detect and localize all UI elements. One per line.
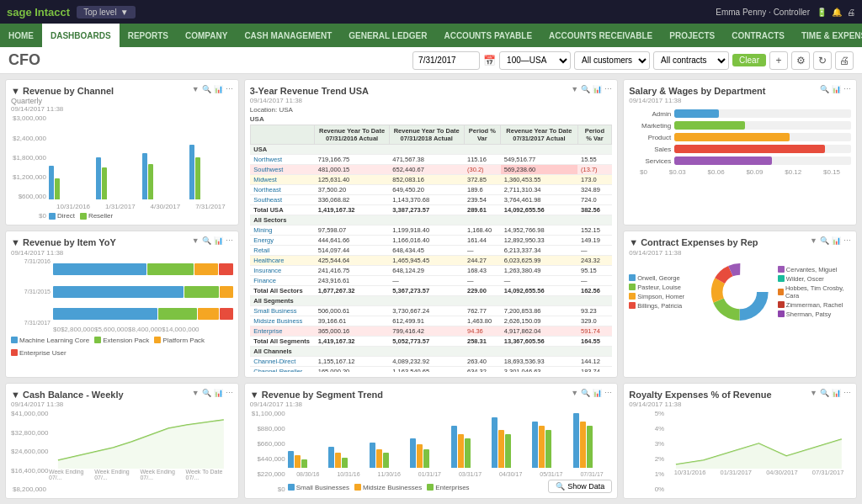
chan-direct[interactable]: Channel-Direct (250, 357, 314, 367)
royalty-expenses-header: Royalty Expenses % of Revenue 09/14/2017… (629, 389, 851, 408)
nav-cash-management[interactable]: CASH MANAGEMENT (236, 24, 340, 47)
nav-accounts-receivable[interactable]: ACCOUNTS RECEIVABLE (540, 24, 661, 47)
rs-search-icon[interactable]: 🔍 (581, 389, 590, 397)
donut-chart (707, 258, 772, 326)
nav-projects[interactable]: PROJECTS (661, 24, 723, 47)
yoy-chart-icon[interactable]: 📊 (214, 236, 223, 245)
region-midwest[interactable]: Midwest (250, 175, 314, 185)
legend-reseller-label: Reseller (88, 212, 113, 220)
date-input[interactable] (412, 51, 480, 70)
yoy-more-icon[interactable]: ⋯ (226, 236, 233, 245)
search-icon[interactable]: 🔍 (202, 85, 211, 93)
col-header-var2: Period % Var (577, 125, 612, 145)
sw-more-icon[interactable]: ⋯ (843, 85, 851, 93)
yoy-search-icon[interactable]: 🔍 (202, 236, 211, 245)
nav-general-ledger[interactable]: GENERAL LEDGER (340, 24, 435, 47)
country-select[interactable]: 100—USA (499, 51, 571, 70)
sw-search-icon[interactable]: 🔍 (820, 85, 829, 93)
more2-icon[interactable]: ⋯ (604, 85, 612, 93)
nav-reports[interactable]: REPORTS (120, 24, 177, 47)
calendar-icon[interactable]: 📅 (483, 55, 496, 66)
top-bar: sage Intacct Top level ▼ Emma Penny · Co… (0, 0, 862, 24)
sector-finance[interactable]: Finance (250, 276, 314, 286)
dept-marketing-bar-wrap (674, 121, 851, 130)
sector-mining[interactable]: Mining (250, 225, 314, 236)
ce-more-icon[interactable]: ⋯ (843, 236, 851, 245)
top-level-label: Top level (83, 8, 116, 17)
region-northeast[interactable]: Northeast (250, 185, 314, 195)
nav-company[interactable]: COMPANY (177, 24, 236, 47)
ce-search-icon[interactable]: 🔍 (820, 236, 829, 245)
filter-icon[interactable]: ▼ (192, 85, 200, 93)
cb-search-icon[interactable]: 🔍 (202, 389, 211, 397)
refresh-button[interactable]: ↻ (813, 51, 832, 70)
more-icon[interactable]: ⋯ (226, 85, 233, 93)
dept-admin: Admin (629, 109, 851, 118)
nav-time-expenses[interactable]: TIME & EXPENSES (793, 24, 862, 47)
legend-direct-dot (49, 213, 56, 220)
contract-expenses-card: ▼ Contract Expenses by Rep 09/14/2017 11… (623, 231, 857, 377)
add-button[interactable]: + (769, 51, 788, 70)
customers-select[interactable]: All customers (574, 51, 650, 70)
seg-midsize[interactable]: Midsize Business (250, 316, 314, 326)
yoy-filter-icon[interactable]: ▼ (192, 236, 200, 245)
rs-filter-icon[interactable]: ▼ (571, 389, 578, 397)
yoy-ext-2016 (147, 263, 194, 275)
cb-chart-icon[interactable]: 📊 (214, 389, 223, 397)
legend-ext-label: Extension Pack (103, 337, 149, 344)
col-header-fy2016: Revenue Year To Date 07/31/2016 Actual (315, 125, 390, 145)
region-northwest[interactable]: Northwest (250, 155, 314, 165)
rep-zimmerman: Zimmerman, Rachel (778, 301, 851, 309)
segment-y-axis: $1,100,000$880,000$660,000$440,000$220,0… (250, 410, 288, 493)
chan-reseller[interactable]: Channel-Reseller (250, 367, 314, 372)
rs-chart-icon[interactable]: 📊 (593, 389, 602, 397)
filter2-icon[interactable]: ▼ (571, 85, 578, 93)
rep-hobbes-label: Hobbes, Tim Crosby, Cara (785, 284, 851, 300)
cash-balance-sparkline (49, 410, 233, 469)
cb-filter-icon[interactable]: ▼ (192, 389, 200, 397)
clear-button[interactable]: Clear (732, 54, 766, 66)
show-data-button[interactable]: 🔍 Show Data (548, 480, 612, 493)
three-year-revenue-header: 3-Year Revenue Trend USA 09/14/2017 11:3… (250, 85, 612, 104)
contracts-select[interactable]: All contracts (653, 51, 729, 70)
rs-more-icon[interactable]: ⋯ (604, 389, 612, 397)
seg-small[interactable]: Small Business (250, 306, 314, 316)
printer-icon[interactable]: 🖨 (847, 8, 855, 17)
dropdown-icon: ▼ (120, 8, 129, 17)
table-row: Energy444,641.661,166,016.40161.4412,892… (250, 236, 611, 246)
salary-wages-card: Salary & Wages by Department 09/14/2017 … (623, 79, 857, 225)
re-chart-icon[interactable]: 📊 (832, 389, 841, 397)
settings-button[interactable]: ⚙ (791, 51, 810, 70)
table-row-total-usa: Total USA1,419,167.323,387,273.57289.611… (250, 205, 611, 215)
revenue-table: Revenue Year To Date 07/31/2016 Actual R… (250, 125, 612, 371)
nav-dashboards[interactable]: DASHBOARDS (42, 24, 120, 47)
print-button[interactable]: 🖨 (835, 51, 854, 70)
legend-ext: Extension Pack (94, 337, 149, 344)
sector-energy[interactable]: Energy (250, 236, 314, 246)
nav-home[interactable]: HOME (0, 24, 42, 47)
ce-filter-icon[interactable]: ▼ (810, 236, 817, 245)
sw-chart-icon[interactable]: 📊 (832, 85, 841, 93)
cb-more-icon[interactable]: ⋯ (226, 389, 233, 397)
nav-accounts-payable[interactable]: ACCOUNTS PAYABLE (435, 24, 540, 47)
bell-icon[interactable]: 🔔 (832, 8, 842, 17)
sector-retail[interactable]: Retail (250, 246, 314, 256)
nav-contracts[interactable]: CONTRACTS (723, 24, 793, 47)
rep-sherman: Sherman, Patsy (778, 310, 851, 318)
re-filter-icon[interactable]: ▼ (810, 389, 817, 397)
re-search-icon[interactable]: 🔍 (820, 389, 829, 397)
region-southeast[interactable]: Southeast (250, 195, 314, 205)
chart2-icon[interactable]: 📊 (593, 85, 602, 93)
seg-enterprise[interactable]: Enterprise (250, 326, 314, 337)
rep-zimmerman-dot (778, 301, 785, 308)
region-southwest[interactable]: Southwest (250, 165, 314, 175)
ce-chart-icon[interactable]: 📊 (832, 236, 841, 245)
re-more-icon[interactable]: ⋯ (843, 389, 851, 397)
top-level-button[interactable]: Top level ▼ (77, 6, 135, 19)
sector-insurance[interactable]: Insurance (250, 266, 314, 276)
royalty-expenses-title-group: Royalty Expenses % of Revenue 09/14/2017… (629, 389, 771, 408)
chart-icon[interactable]: 📊 (214, 85, 223, 93)
seg-small-6 (492, 417, 498, 468)
search2-icon[interactable]: 🔍 (581, 85, 590, 93)
sector-healthcare[interactable]: Healthcare (250, 256, 314, 266)
